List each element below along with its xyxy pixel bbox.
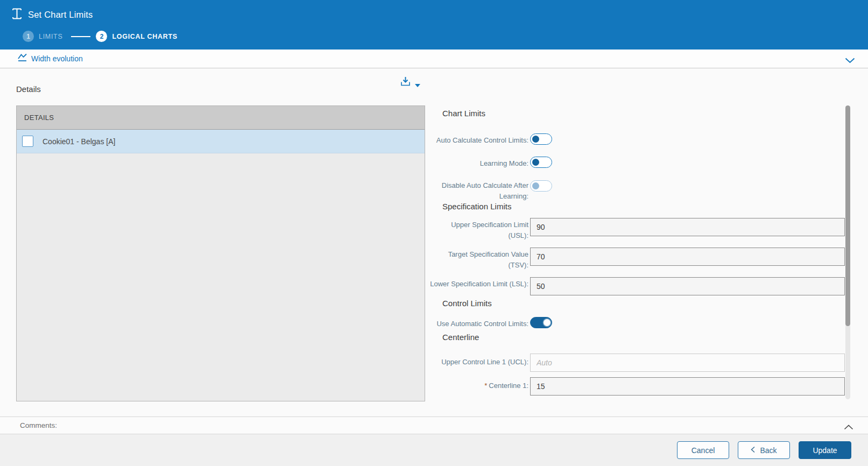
step-indicator: 1 LIMITS 2 LOGICAL CHARTS (23, 31, 868, 42)
caret-down-icon (415, 80, 420, 89)
cancel-button[interactable]: Cancel (677, 441, 729, 459)
tsv-label: Target Specification Value (TSV): (429, 249, 528, 271)
learning-mode-toggle[interactable] (530, 157, 552, 168)
set-chart-limits-dialog: Set Chart Limits 1 LIMITS 2 LOGICAL CHAR… (0, 0, 868, 466)
step-2-label: LOGICAL CHARTS (112, 33, 177, 40)
table-row[interactable]: Cookie01 - Belgas [A] (17, 130, 425, 153)
main-content: Details DETAILS Cookie01 - Belgas [A] (0, 69, 868, 416)
step-2-circle[interactable]: 2 (96, 31, 107, 42)
details-heading: Details (16, 84, 41, 94)
tsv-input[interactable] (530, 248, 845, 266)
width-evolution-label: Width evolution (31, 54, 83, 63)
centerline1-label: *Centerline 1: (429, 380, 528, 391)
back-button[interactable]: Back (738, 441, 790, 459)
auto-calculate-label: Auto Calculate Control Limits: (429, 135, 528, 146)
form-scrollbar-track[interactable] (845, 105, 850, 399)
chevron-down-icon[interactable] (845, 56, 855, 66)
ucl1-input (530, 354, 845, 372)
step-1-label[interactable]: LIMITS (39, 33, 62, 40)
comments-label: Comments: (20, 421, 57, 429)
use-automatic-control-limits-toggle[interactable] (530, 317, 552, 328)
usl-input[interactable] (530, 218, 845, 236)
line-chart-icon (17, 53, 27, 65)
lsl-label: Lower Specification Limit (LSL): (429, 279, 528, 290)
step-1-circle[interactable]: 1 (23, 31, 34, 42)
disable-auto-after-learning-label: Disable Auto Calculate After Learning: (429, 180, 528, 202)
chart-limits-form: Chart Limits Auto Calculate Control Limi… (429, 105, 847, 399)
dialog-header: Set Chart Limits 1 LIMITS 2 LOGICAL CHAR… (0, 0, 868, 50)
download-icon (399, 75, 412, 90)
lsl-input[interactable] (530, 277, 845, 295)
section-heading-control-limits: Control Limits (442, 299, 492, 308)
required-asterisk: * (484, 382, 487, 390)
row-checkbox[interactable] (22, 136, 33, 147)
details-table-header: DETAILS (17, 106, 425, 130)
auto-calculate-toggle[interactable] (530, 133, 552, 145)
usl-label: Upper Specification Limit (USL): (429, 220, 528, 241)
section-heading-chart-limits: Chart Limits (442, 109, 485, 118)
disable-auto-after-learning-toggle (530, 180, 552, 192)
ibeam-icon (12, 8, 22, 22)
form-scrollbar-thumb[interactable] (845, 105, 850, 326)
update-button[interactable]: Update (799, 441, 851, 459)
use-automatic-control-limits-label: Use Automatic Control Limits: (429, 319, 528, 329)
details-table: DETAILS Cookie01 - Belgas [A] (16, 105, 425, 401)
download-button[interactable] (399, 75, 420, 90)
ucl1-label: Upper Control Line 1 (UCL): (429, 357, 528, 368)
row-label: Cookie01 - Belgas [A] (43, 137, 115, 146)
dialog-footer: Cancel Back Update (0, 434, 868, 466)
dialog-title: Set Chart Limits (28, 10, 93, 20)
chevron-left-icon (751, 446, 755, 455)
width-evolution-collapse-bar[interactable]: Width evolution (0, 50, 868, 68)
section-heading-specification-limits: Specification Limits (442, 202, 511, 211)
learning-mode-label: Learning Mode: (429, 158, 528, 169)
section-heading-centerline: Centerline (442, 333, 479, 342)
comments-collapse-bar[interactable]: Comments: (0, 416, 868, 434)
centerline1-input[interactable] (530, 377, 845, 396)
step-connector (71, 36, 90, 37)
chevron-up-icon[interactable] (844, 422, 853, 432)
